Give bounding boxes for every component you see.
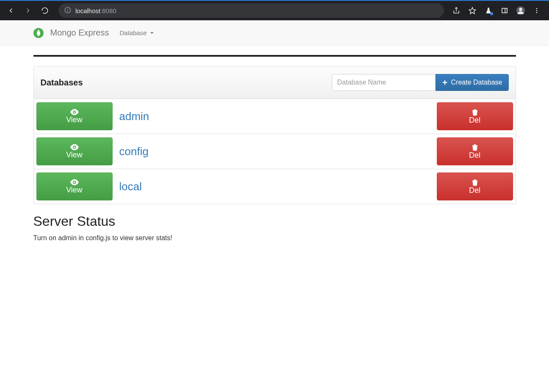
create-database-label: Create Database bbox=[451, 79, 502, 86]
bookmark-star-icon[interactable] bbox=[467, 5, 478, 16]
delete-button[interactable]: Del bbox=[437, 173, 513, 200]
view-button-label: View bbox=[66, 186, 83, 195]
panel-title: Databases bbox=[41, 78, 83, 88]
brand-link[interactable]: Mongo Express bbox=[50, 28, 109, 38]
database-link[interactable]: local bbox=[119, 180, 142, 193]
delete-button-label: Del bbox=[469, 116, 480, 125]
eye-icon bbox=[70, 109, 79, 115]
view-button-label: View bbox=[66, 115, 83, 124]
svg-point-15 bbox=[74, 146, 75, 148]
svg-point-16 bbox=[74, 181, 75, 183]
extension-flask-icon[interactable] bbox=[483, 5, 494, 16]
database-link[interactable]: config bbox=[119, 145, 149, 158]
share-icon[interactable] bbox=[451, 5, 462, 16]
view-button[interactable]: View bbox=[36, 173, 113, 200]
browser-right-icons bbox=[451, 5, 545, 16]
trash-icon bbox=[472, 108, 478, 116]
table-row: ViewconfigDel bbox=[34, 134, 516, 169]
svg-point-11 bbox=[536, 12, 538, 13]
browser-forward-button[interactable] bbox=[21, 4, 35, 17]
app-navbar: Mongo Express Database bbox=[0, 20, 549, 46]
server-status-message: Turn on admin in config.js to view serve… bbox=[33, 234, 516, 242]
databases-table: ViewadminDelViewconfigDelViewlocalDel bbox=[34, 99, 516, 204]
svg-marker-4 bbox=[469, 8, 476, 14]
browser-chrome: localhost:8080 bbox=[0, 0, 549, 20]
table-row: ViewadminDel bbox=[34, 99, 516, 134]
svg-rect-5 bbox=[502, 8, 507, 13]
site-info-icon[interactable] bbox=[64, 7, 71, 15]
chevron-down-icon bbox=[150, 32, 154, 34]
delete-button-label: Del bbox=[469, 151, 480, 160]
eye-icon bbox=[70, 179, 79, 186]
trash-icon bbox=[472, 178, 478, 186]
database-dropdown-label: Database bbox=[119, 29, 146, 36]
plus-icon bbox=[442, 79, 448, 85]
browser-menu-icon[interactable] bbox=[531, 5, 542, 16]
profile-avatar-icon[interactable] bbox=[515, 5, 526, 16]
top-divider bbox=[33, 55, 516, 57]
browser-address-bar[interactable]: localhost:8080 bbox=[58, 3, 444, 18]
view-button[interactable]: View bbox=[36, 102, 113, 130]
delete-button-label: Del bbox=[469, 186, 480, 195]
server-status-heading: Server Status bbox=[33, 214, 516, 229]
database-dropdown[interactable]: Database bbox=[119, 29, 153, 36]
url-host: localhost bbox=[75, 7, 100, 14]
browser-back-button[interactable] bbox=[4, 4, 18, 17]
table-row: ViewlocalDel bbox=[34, 169, 516, 204]
database-link[interactable]: admin bbox=[119, 110, 149, 123]
view-button[interactable]: View bbox=[36, 137, 113, 165]
delete-button[interactable]: Del bbox=[437, 102, 513, 130]
svg-point-10 bbox=[536, 10, 538, 11]
eye-icon bbox=[70, 144, 79, 151]
browser-reload-button[interactable] bbox=[38, 4, 52, 17]
panel-heading: Databases Create Database bbox=[34, 66, 516, 99]
database-name-input[interactable] bbox=[332, 74, 436, 91]
create-database-button[interactable]: Create Database bbox=[436, 74, 509, 91]
svg-point-8 bbox=[519, 8, 522, 11]
brand-logo-icon[interactable] bbox=[33, 28, 44, 38]
url-text: localhost:8080 bbox=[75, 7, 116, 14]
databases-panel: Databases Create Database ViewadminDelVi… bbox=[33, 66, 516, 204]
view-button-label: View bbox=[66, 151, 83, 159]
svg-point-9 bbox=[536, 8, 538, 9]
panel-icon[interactable] bbox=[499, 5, 510, 16]
svg-rect-13 bbox=[442, 82, 447, 83]
svg-point-2 bbox=[67, 8, 68, 9]
trash-icon bbox=[472, 143, 478, 151]
url-port: :8080 bbox=[100, 7, 116, 14]
svg-point-14 bbox=[74, 111, 75, 113]
delete-button[interactable]: Del bbox=[437, 137, 513, 165]
